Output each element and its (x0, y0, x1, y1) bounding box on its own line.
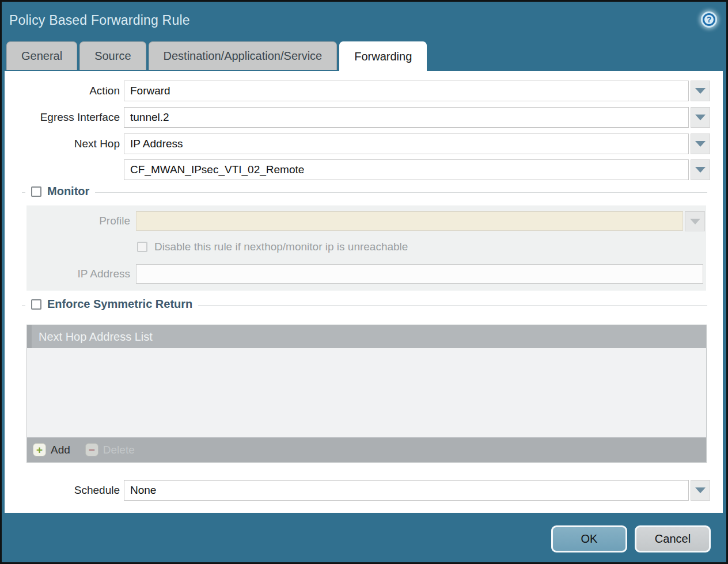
disable-rule-label: Disable this rule if nexthop/monitor ip … (154, 241, 408, 253)
monitor-legend-label: Monitor (47, 185, 89, 198)
disable-rule-checkbox (137, 242, 147, 252)
next-hop-address-value[interactable]: CF_MWAN_IPsec_VTI_02_Remote (124, 159, 689, 180)
next-hop-address-list-header: Next Hop Address List (27, 325, 706, 348)
tab-destination-application-service[interactable]: Destination/Application/Service (149, 41, 338, 70)
disable-rule-row: Disable this rule if nexthop/monitor ip … (137, 240, 408, 254)
monitor-legend: Monitor (25, 185, 95, 198)
minus-icon: − (85, 443, 98, 456)
next-hop-address-table-body[interactable] (27, 348, 706, 437)
add-button-label: Add (51, 444, 70, 456)
monitor-panel: Profile Disable this rule if nexthop/mon… (26, 205, 706, 291)
delete-button: − Delete (85, 443, 135, 456)
chevron-down-icon (695, 487, 706, 493)
cancel-button[interactable]: Cancel (635, 525, 711, 552)
ok-button-label: OK (581, 532, 598, 546)
next-hop-address-dropdown[interactable]: CF_MWAN_IPsec_VTI_02_Remote (124, 159, 710, 180)
profile-label: Profile (26, 211, 130, 231)
schedule-row: Schedule None (5, 480, 723, 501)
action-dropdown[interactable]: Forward (124, 81, 710, 101)
action-label: Action (5, 81, 120, 101)
dialog-titlebar: Policy Based Forwarding Rule ? (2, 2, 726, 39)
tab-source[interactable]: Source (79, 41, 146, 70)
enforce-symmetric-return-checkbox[interactable] (31, 299, 41, 310)
policy-based-forwarding-dialog: Policy Based Forwarding Rule ? General S… (0, 0, 728, 564)
add-button[interactable]: + Add (33, 443, 70, 456)
tab-source-label: Source (94, 49, 131, 63)
enforce-symmetric-return-label: Enforce Symmetric Return (47, 298, 192, 311)
egress-interface-value[interactable]: tunnel.2 (124, 107, 689, 128)
schedule-dropdown[interactable]: None (124, 480, 710, 501)
tab-general-label: General (21, 49, 62, 63)
monitor-fieldset: Monitor Profile Disable this rule if nex… (22, 192, 707, 292)
next-hop-address-table: Next Hop Address List + Add − Delete (26, 325, 707, 463)
chevron-down-icon (695, 88, 706, 94)
help-icon[interactable]: ? (701, 12, 717, 28)
chevron-down-icon (690, 219, 700, 224)
chevron-down-icon (695, 115, 706, 120)
egress-interface-dropdown-button[interactable] (691, 107, 710, 128)
tab-forwarding[interactable]: Forwarding (339, 41, 427, 71)
next-hop-type-value[interactable]: IP Address (124, 134, 689, 154)
cancel-button-label: Cancel (655, 532, 691, 546)
monitor-ip-address-input (136, 264, 703, 284)
egress-interface-label: Egress Interface (5, 107, 120, 128)
schedule-dropdown-button[interactable] (691, 480, 710, 501)
egress-interface-dropdown[interactable]: tunnel.2 (124, 107, 710, 128)
next-hop-address-row: CF_MWAN_IPsec_VTI_02_Remote (5, 159, 723, 180)
action-dropdown-button[interactable] (691, 81, 710, 101)
enforce-symmetric-return-legend: Enforce Symmetric Return (25, 298, 198, 311)
chevron-down-icon (695, 167, 706, 173)
tab-general[interactable]: General (6, 41, 77, 70)
next-hop-type-dropdown-button[interactable] (691, 134, 710, 154)
schedule-value[interactable]: None (124, 480, 689, 501)
action-row: Action Forward (5, 81, 723, 101)
tab-bar: General Source Destination/Application/S… (6, 41, 427, 71)
delete-button-label: Delete (103, 444, 135, 456)
plus-icon: + (33, 443, 46, 456)
question-mark-glyph: ? (703, 13, 715, 26)
chevron-down-icon (695, 141, 706, 147)
profile-field (136, 211, 683, 231)
next-hop-type-dropdown[interactable]: IP Address (124, 134, 710, 154)
schedule-label: Schedule (5, 480, 120, 501)
next-hop-address-table-toolbar: + Add − Delete (27, 437, 706, 462)
monitor-checkbox[interactable] (31, 186, 41, 197)
next-hop-label: Next Hop (5, 134, 120, 154)
tab-forwarding-label: Forwarding (354, 50, 412, 63)
action-value[interactable]: Forward (124, 81, 689, 101)
next-hop-address-dropdown-button[interactable] (691, 159, 710, 180)
ok-button[interactable]: OK (551, 525, 627, 552)
monitor-ip-address-label: IP Address (26, 264, 130, 284)
next-hop-address-list-header-label: Next Hop Address List (39, 330, 153, 344)
dialog-title: Policy Based Forwarding Rule (9, 13, 190, 28)
profile-dropdown-button (685, 211, 705, 231)
tab-destination-label: Destination/Application/Service (164, 49, 323, 63)
forwarding-tab-panel: Action Forward Egress Interface tunnel.2… (5, 71, 723, 513)
enforce-symmetric-return-fieldset: Enforce Symmetric Return Next Hop Addres… (22, 305, 707, 473)
egress-interface-row: Egress Interface tunnel.2 (5, 107, 723, 128)
next-hop-row: Next Hop IP Address (5, 134, 723, 154)
